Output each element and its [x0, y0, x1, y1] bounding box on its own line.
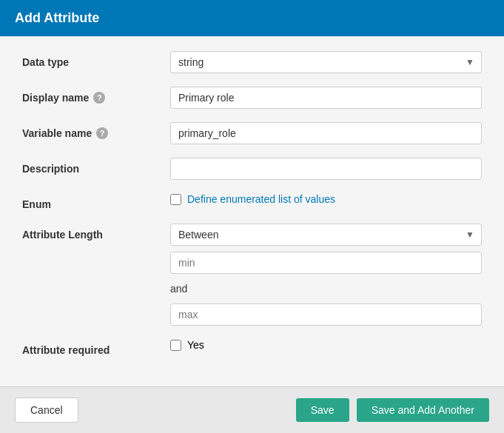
attribute-required-label: Attribute required	[22, 339, 170, 356]
variable-name-label: Variable name ?	[22, 122, 170, 139]
variable-name-help-icon[interactable]: ?	[96, 127, 108, 139]
modal-title: Add Attribute	[15, 10, 99, 25]
enum-control: Define enumerated list of values	[170, 193, 482, 205]
min-max-section: Between Min Max Exact ▼ and	[170, 224, 482, 326]
display-name-label: Display name ?	[22, 87, 170, 104]
data-type-select[interactable]: string integer boolean date	[170, 51, 482, 73]
data-type-control: string integer boolean date ▼	[170, 51, 482, 73]
footer-right: Save Save and Add Another	[296, 398, 489, 422]
min-input[interactable]	[170, 252, 482, 274]
variable-name-control	[170, 122, 482, 144]
enum-row: Enum Define enumerated list of values	[22, 193, 482, 210]
data-type-row: Data type string integer boolean date ▼	[22, 51, 482, 73]
attribute-required-control: Yes	[170, 339, 482, 351]
and-text: and	[170, 280, 482, 298]
modal-header: Add Attribute	[0, 0, 504, 36]
variable-name-input[interactable]	[170, 122, 482, 144]
attribute-required-checkbox-label[interactable]: Yes	[187, 339, 204, 351]
attribute-required-checkbox-row: Yes	[170, 339, 482, 351]
attribute-length-select[interactable]: Between Min Max Exact	[170, 224, 482, 246]
description-control	[170, 158, 482, 180]
footer-left: Cancel	[15, 397, 78, 423]
data-type-select-wrap: string integer boolean date ▼	[170, 51, 482, 73]
attribute-length-label: Attribute Length	[22, 224, 170, 241]
variable-name-row: Variable name ?	[22, 122, 482, 144]
attribute-required-row: Attribute required Yes	[22, 339, 482, 356]
description-label: Description	[22, 158, 170, 175]
max-input[interactable]	[170, 303, 482, 326]
enum-checkbox-row: Define enumerated list of values	[170, 193, 482, 205]
enum-checkbox-label[interactable]: Define enumerated list of values	[187, 193, 335, 205]
enum-checkbox[interactable]	[170, 194, 181, 205]
modal-body: Data type string integer boolean date ▼ …	[0, 36, 504, 386]
display-name-help-icon[interactable]: ?	[93, 92, 105, 104]
attribute-length-row: Attribute Length Between Min Max Exact ▼	[22, 224, 482, 326]
data-type-label: Data type	[22, 51, 170, 68]
add-attribute-modal: Add Attribute Data type string integer b…	[0, 0, 504, 433]
description-input[interactable]	[170, 158, 482, 180]
save-and-add-button[interactable]: Save and Add Another	[357, 398, 489, 422]
attribute-length-select-wrap: Between Min Max Exact ▼	[170, 224, 482, 246]
display-name-input[interactable]	[170, 87, 482, 109]
attribute-required-checkbox[interactable]	[170, 340, 181, 351]
modal-footer: Cancel Save Save and Add Another	[0, 386, 504, 433]
description-row: Description	[22, 158, 482, 180]
cancel-button[interactable]: Cancel	[15, 397, 78, 423]
attribute-length-control: Between Min Max Exact ▼ and	[170, 224, 482, 326]
enum-label: Enum	[22, 193, 170, 210]
save-button[interactable]: Save	[296, 398, 349, 422]
display-name-control	[170, 87, 482, 109]
display-name-row: Display name ?	[22, 87, 482, 109]
